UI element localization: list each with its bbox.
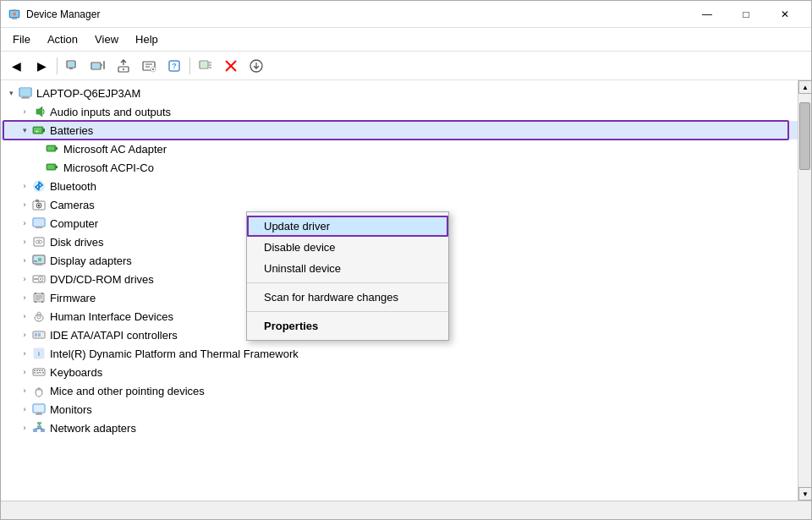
svg-rect-42: [56, 166, 58, 168]
close-button[interactable]: ✕: [765, 1, 804, 28]
hid-expand[interactable]: ›: [18, 307, 31, 326]
toolbar-icon-3[interactable]: [112, 55, 135, 77]
keyboards-icon: [31, 364, 47, 380]
scroll-thumb[interactable]: [799, 102, 810, 170]
display-label: Display adapters: [50, 255, 132, 267]
tree-item-bluetooth[interactable]: › Bluetooth: [1, 177, 798, 195]
svg-rect-48: [36, 200, 39, 202]
tree-item-ac-adapter[interactable]: › Microsoft AC Adapter: [1, 140, 798, 158]
ctx-update-driver[interactable]: Update driver: [247, 216, 448, 237]
minimize-button[interactable]: —: [688, 1, 727, 28]
tree-item-mice[interactable]: › Mice and other pointing devices: [1, 381, 798, 400]
cameras-label: Cameras: [50, 199, 95, 211]
mice-label: Mice and other pointing devices: [50, 385, 205, 397]
firmware-expand[interactable]: ›: [18, 288, 31, 307]
batteries-icon: +: [31, 123, 47, 138]
audio-icon: [31, 104, 47, 119]
svg-rect-57: [36, 264, 42, 265]
tree-item-monitors[interactable]: › Monitors: [1, 400, 798, 419]
scroll-down-button[interactable]: ▼: [798, 487, 811, 501]
tree-item-keyboards[interactable]: › Keyboards: [1, 363, 798, 381]
scroll-track[interactable]: [798, 94, 811, 487]
hid-label: Human Interface Devices: [50, 310, 173, 323]
menu-file[interactable]: File: [4, 30, 39, 49]
ctx-disable-device[interactable]: Disable device: [247, 237, 448, 258]
svg-rect-69: [41, 293, 43, 294]
network-expand[interactable]: ›: [18, 419, 31, 437]
tree-item-audio[interactable]: › Audio inputs and outputs: [1, 102, 798, 121]
scroll-up-button[interactable]: ▲: [798, 80, 811, 94]
ctx-uninstall-device[interactable]: Uninstall device: [247, 258, 448, 279]
app-icon: [8, 8, 21, 21]
svg-point-47: [38, 205, 41, 207]
window-controls: — □ ✕: [688, 1, 804, 28]
ctx-scan-hardware[interactable]: Scan for hardware changes: [247, 287, 448, 308]
dvd-icon: [31, 271, 47, 287]
svg-rect-35: [43, 129, 45, 132]
audio-expand[interactable]: ›: [18, 102, 31, 121]
mice-icon: [31, 383, 47, 398]
svg-rect-102: [37, 422, 41, 424]
ctx-properties[interactable]: Properties: [247, 315, 448, 337]
audio-label: Audio inputs and outputs: [50, 106, 171, 118]
toolbar-icon-5[interactable]: ?: [162, 55, 186, 77]
root-expand[interactable]: ▾: [4, 84, 18, 102]
display-expand[interactable]: ›: [18, 251, 31, 270]
svg-rect-6: [68, 62, 74, 67]
keyboards-label: Keyboards: [50, 366, 102, 379]
back-button[interactable]: ◀: [4, 55, 28, 77]
bluetooth-expand[interactable]: ›: [18, 177, 31, 195]
computer-expand[interactable]: ›: [18, 214, 31, 233]
keyboards-expand[interactable]: ›: [18, 363, 31, 381]
monitors-icon: [31, 402, 47, 417]
cameras-expand[interactable]: ›: [18, 195, 31, 214]
menu-help[interactable]: Help: [127, 30, 167, 49]
display-icon: [31, 253, 47, 268]
tree-scrollbar[interactable]: ▲ ▼: [798, 80, 811, 501]
menu-action[interactable]: Action: [39, 30, 86, 49]
toolbar-icon-4[interactable]: [137, 55, 161, 77]
bluetooth-icon: [31, 178, 47, 194]
svg-rect-86: [34, 372, 36, 374]
svg-text:+: +: [36, 129, 39, 134]
maximize-button[interactable]: □: [727, 1, 765, 28]
svg-point-13: [123, 68, 124, 70]
svg-rect-77: [35, 333, 37, 337]
cameras-icon: [31, 197, 47, 212]
disk-expand[interactable]: ›: [18, 233, 31, 251]
svg-rect-51: [36, 227, 42, 228]
disk-label: Disk drives: [50, 236, 104, 249]
monitors-expand[interactable]: ›: [18, 400, 31, 419]
svg-rect-84: [39, 370, 41, 372]
status-bar: [1, 501, 811, 519]
forward-button[interactable]: ▶: [30, 55, 53, 77]
mice-expand[interactable]: ›: [18, 381, 31, 400]
batteries-expand[interactable]: ▾: [18, 121, 31, 140]
tree-root[interactable]: ▾ LAPTOP-Q6EJP3AM: [1, 84, 798, 102]
toolbar-sep-1: [57, 57, 58, 74]
tree-item-batteries[interactable]: ▾ + Batteries: [1, 121, 798, 140]
svg-rect-43: [47, 165, 54, 169]
toolbar-icon-6[interactable]: [194, 55, 217, 77]
tree-item-intel[interactable]: › i Intel(R) Dynamic Platform and Therma…: [1, 344, 798, 363]
svg-rect-59: [38, 258, 41, 261]
ide-expand[interactable]: ›: [18, 326, 31, 344]
toolbar-icon-1[interactable]: [61, 55, 85, 77]
window-title: Device Manager: [26, 8, 688, 20]
dvd-expand[interactable]: ›: [18, 270, 31, 288]
svg-point-54: [38, 241, 40, 243]
tree-item-acpi[interactable]: › Microsoft ACPI-Co: [1, 158, 798, 177]
computer-node-icon: [31, 216, 47, 231]
menu-view[interactable]: View: [86, 30, 127, 49]
tree-item-network[interactable]: › Network adapters: [1, 419, 798, 437]
device-manager-window: Device Manager — □ ✕ File Action View He…: [0, 0, 812, 520]
hid-icon: [31, 309, 47, 324]
ctx-sep-2: [247, 311, 448, 312]
dvd-label: DVD/CD-ROM drives: [50, 273, 154, 286]
toolbar-icon-2[interactable]: [86, 55, 110, 77]
intel-expand[interactable]: ›: [18, 344, 31, 363]
svg-rect-68: [35, 293, 36, 294]
toolbar-download-button[interactable]: [244, 55, 268, 77]
toolbar-delete-button[interactable]: [219, 55, 243, 77]
disk-icon: [31, 234, 47, 249]
